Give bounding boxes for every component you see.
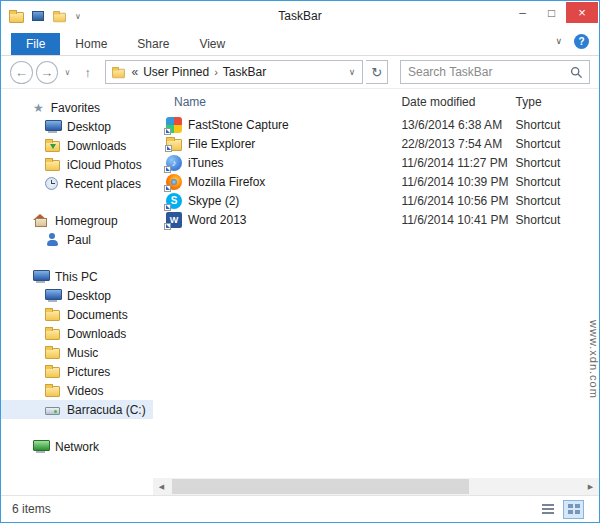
scroll-left-icon[interactable]: ◀	[153, 483, 170, 491]
favorites-star-icon: ★	[33, 102, 44, 114]
desktop-monitor-icon	[45, 120, 60, 133]
sidebar-section-label: Favorites	[51, 101, 100, 115]
user-icon	[45, 233, 60, 246]
ribbon-right-controls: ∨ ?	[555, 31, 589, 51]
sidebar-item-barracuda-c[interactable]: Barracuda (C:)	[1, 400, 153, 419]
sidebar-item-pictures[interactable]: Pictures	[1, 362, 153, 381]
sidebar-item-downloads[interactable]: Downloads	[1, 136, 153, 155]
sidebar-section-favorites[interactable]: ★ Favorites	[1, 98, 153, 117]
file-row-itunes[interactable]: iTunes 11/6/2014 11:27 PM Shortcut	[153, 153, 599, 172]
sidebar-section-network[interactable]: Network	[1, 437, 153, 456]
breadcrumb-overflow[interactable]: «	[131, 65, 138, 79]
tab-home[interactable]: Home	[60, 33, 122, 55]
sidebar-section-homegroup[interactable]: Homegroup	[1, 211, 153, 230]
sidebar-item-icloud-photos[interactable]: iCloud Photos	[1, 155, 153, 174]
address-dropdown-chevron-icon[interactable]: ∨	[347, 67, 358, 77]
close-button[interactable]: ×	[566, 2, 598, 23]
sidebar-item-recent-places[interactable]: Recent places	[1, 174, 153, 193]
folder-icon	[45, 160, 60, 171]
titlebar: ∨ TaskBar – □ ×	[1, 1, 599, 31]
status-bar: 6 items	[1, 495, 599, 522]
file-row-mozilla-firefox[interactable]: Mozilla Firefox 11/6/2014 10:39 PM Short…	[153, 172, 599, 191]
sidebar-item-videos[interactable]: Videos	[1, 381, 153, 400]
file-name: Word 2013	[188, 213, 246, 227]
file-list: Name Date modified Type FastStone Captur…	[153, 89, 599, 495]
sidebar-item-paul[interactable]: Paul	[1, 230, 153, 249]
large-icons-view-button[interactable]	[563, 500, 584, 519]
file-name: FastStone Capture	[188, 118, 289, 132]
firefox-icon	[166, 174, 182, 190]
file-date-modified: 11/6/2014 10:56 PM	[401, 194, 515, 208]
file-date-modified: 13/6/2014 6:38 AM	[401, 118, 515, 132]
qat-window-icon[interactable]	[32, 11, 44, 21]
sidebar-item-label: Desktop	[67, 289, 111, 303]
window-controls: – □ ×	[508, 2, 598, 23]
search-box	[400, 60, 590, 84]
homegroup-house-icon	[33, 214, 48, 227]
file-row-word-2013[interactable]: Word 2013 11/6/2014 10:41 PM Shortcut	[153, 210, 599, 229]
column-header-date-modified[interactable]: Date modified	[401, 95, 515, 109]
back-button[interactable]: ←	[10, 61, 33, 84]
refresh-button[interactable]: ↻	[366, 60, 388, 84]
ribbon-expand-chevron-icon[interactable]: ∨	[555, 36, 562, 46]
sidebar-item-label: Barracuda (C:)	[67, 403, 146, 417]
word-icon	[166, 212, 182, 228]
hard-drive-icon	[45, 407, 60, 415]
sidebar-item-desktop[interactable]: Desktop	[1, 117, 153, 136]
tab-view[interactable]: View	[184, 33, 240, 55]
breadcrumb-segment-taskbar[interactable]: TaskBar	[223, 65, 266, 79]
sidebar-section-this-pc[interactable]: This PC	[1, 267, 153, 286]
sidebar-item-music[interactable]: Music	[1, 343, 153, 362]
sidebar-item-label: Downloads	[67, 139, 126, 153]
tab-share[interactable]: Share	[122, 33, 184, 55]
sidebar-item-documents[interactable]: Documents	[1, 305, 153, 324]
qat-folder-icon[interactable]	[53, 12, 66, 21]
sidebar-item-pc-downloads[interactable]: Downloads	[1, 324, 153, 343]
horizontal-scrollbar[interactable]: ◀ ▶	[153, 478, 599, 495]
details-view-button[interactable]	[537, 500, 558, 519]
file-row-file-explorer[interactable]: File Explorer 22/8/2013 7:54 AM Shortcut	[153, 134, 599, 153]
sidebar-item-label: Pictures	[67, 365, 110, 379]
address-bar[interactable]: « User Pinned › TaskBar ∨	[105, 60, 363, 84]
sidebar-section-favorites-group: ★ Favorites Desktop Downloads iCloud Pho…	[1, 98, 153, 193]
file-date-modified: 11/6/2014 10:41 PM	[401, 213, 515, 227]
file-explorer-icon	[166, 139, 182, 151]
breadcrumb-segment-user-pinned[interactable]: User Pinned	[143, 65, 209, 79]
shortcut-badge-icon	[164, 185, 171, 192]
qat-customize-chevron-icon[interactable]: ∨	[75, 12, 81, 21]
explorer-window: ∨ TaskBar – □ × File Home Share View ∨ ?…	[0, 0, 600, 523]
faststone-capture-icon	[166, 117, 182, 133]
up-button[interactable]: ↑	[77, 65, 99, 80]
file-type: Shortcut	[516, 213, 599, 227]
search-icon[interactable]	[570, 66, 583, 79]
sidebar-section-network-group: Network	[1, 437, 153, 456]
skype-icon	[166, 193, 182, 209]
app-folder-icon	[9, 12, 24, 23]
column-header-name[interactable]: Name	[153, 95, 401, 109]
navigation-pane: ★ Favorites Desktop Downloads iCloud Pho…	[1, 89, 153, 495]
scrollbar-track[interactable]	[170, 478, 582, 495]
folder-icon	[45, 310, 60, 321]
computer-icon	[33, 270, 48, 283]
folder-icon	[45, 367, 60, 378]
forward-button[interactable]: →	[36, 61, 59, 84]
scroll-right-icon[interactable]: ▶	[582, 483, 599, 491]
file-type: Shortcut	[516, 175, 599, 189]
shortcut-badge-icon	[164, 223, 171, 230]
tab-file[interactable]: File	[11, 33, 60, 55]
breadcrumb-separator-icon: ›	[214, 66, 218, 78]
recent-locations-chevron-icon[interactable]: ∨	[61, 68, 74, 77]
minimize-button[interactable]: –	[508, 2, 537, 23]
desktop-monitor-icon	[45, 289, 60, 302]
view-switcher	[537, 500, 584, 519]
file-row-faststone-capture[interactable]: FastStone Capture 13/6/2014 6:38 AM Shor…	[153, 115, 599, 134]
sidebar-item-label: Recent places	[65, 177, 141, 191]
file-row-skype[interactable]: Skype (2) 11/6/2014 10:56 PM Shortcut	[153, 191, 599, 210]
sidebar-item-pc-desktop[interactable]: Desktop	[1, 286, 153, 305]
help-icon[interactable]: ?	[574, 34, 589, 49]
column-header-type[interactable]: Type	[516, 95, 599, 109]
scrollbar-thumb[interactable]	[172, 479, 469, 494]
recent-places-clock-icon	[45, 177, 58, 190]
search-input[interactable]	[401, 65, 570, 79]
maximize-button[interactable]: □	[537, 2, 566, 23]
